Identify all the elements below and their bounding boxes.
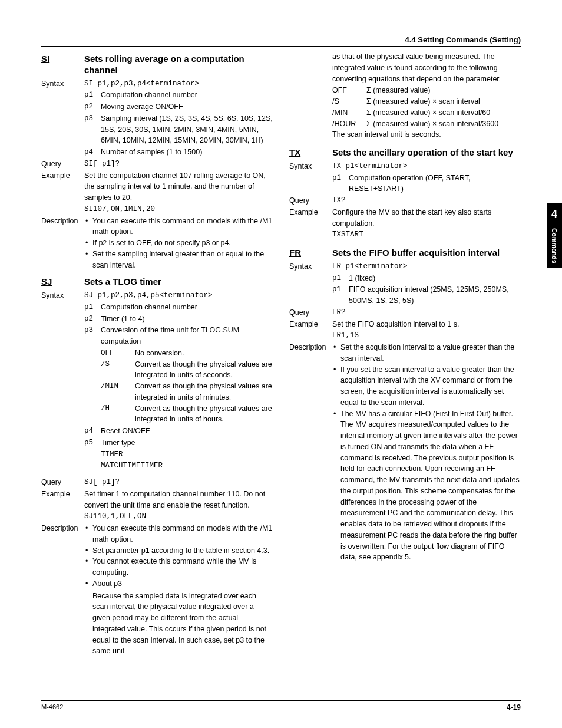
sj-cont: as that of the physical value being meas…	[332, 51, 521, 84]
fr-p1a: 1 (fixed)	[349, 273, 521, 284]
sj-example: Set timer 1 to computation channel numbe…	[84, 489, 273, 511]
fr-p1b: FIFO acquisition interval (25MS, 125MS, …	[349, 284, 521, 307]
footer-left: M-4662	[41, 703, 63, 711]
sj-desc: You can execute this command on models w…	[84, 523, 273, 657]
si-example: Set the computation channel 107 rolling …	[84, 170, 273, 203]
syntax-label: Syntax	[41, 78, 84, 90]
si-p4: Number of samples (1 to 1500)	[101, 147, 273, 158]
sj-example-code: SJ110,1,OFF,ON	[84, 511, 273, 522]
sj-syntax: SJ p1,p2,p3,p4,p5<terminator>	[84, 290, 273, 301]
sj-p5: Timer type	[101, 437, 273, 449]
page: 4.4 Setting Commands (Setting) SI Sets r…	[0, 0, 562, 728]
fr-example: Set the FIFO acquisition interval to 1 s…	[332, 319, 521, 330]
footer-right: 4-19	[507, 703, 521, 711]
tx-p1: Computation operation (OFF, START, RESET…	[349, 173, 521, 195]
chapter-tab: 4 Commands	[547, 203, 562, 268]
si-example-code: SI107,ON,1MIN,20	[84, 204, 273, 215]
si-code: SI	[41, 54, 74, 64]
right-column: as that of the physical value being meas…	[289, 51, 521, 657]
tx-heading: TX Sets the ancillary operation of the s…	[289, 147, 521, 159]
chapter-number: 4	[551, 208, 557, 220]
si-heading: SI Sets rolling average on a computation…	[41, 54, 273, 76]
section-header: 4.4 Setting Commands (Setting)	[41, 35, 521, 47]
fr-code: FR	[289, 248, 322, 258]
columns: SI Sets rolling average on a computation…	[41, 51, 521, 657]
fr-example-code: FR1,1S	[332, 330, 521, 341]
si-p3: Sampling interval (1S, 2S, 3S, 4S, 5S, 6…	[101, 113, 273, 146]
sj-p2: Timer (1 to 4)	[101, 314, 273, 325]
fr-desc: Set the acquisition interval to a value …	[332, 342, 521, 563]
sj-p3: Conversion of the time unit for TLOG.SUM…	[101, 325, 273, 347]
fr-title: Sets the FIFO buffer acquisition interva…	[332, 248, 500, 259]
tx-code: TX	[289, 147, 322, 157]
sj-title: Sets a TLOG timer	[84, 276, 161, 288]
si-desc: You can execute this command on models w…	[84, 216, 273, 271]
si-syntax: SI p1,p2,p3,p4<terminator>	[84, 78, 273, 90]
tx-title: Sets the ancillary operation of the star…	[332, 147, 513, 159]
fr-heading: FR Sets the FIFO buffer acquisition inte…	[289, 248, 521, 259]
tx-example-code: TXSTART	[332, 229, 521, 241]
chapter-label: Commands	[551, 228, 558, 263]
sj-query: SJ[ p1]?	[84, 477, 273, 488]
left-column: SI Sets rolling average on a computation…	[41, 51, 273, 657]
si-p1: Computation channel number	[101, 90, 273, 101]
sj-p4: Reset ON/OFF	[101, 426, 273, 437]
sj-heading: SJ Sets a TLOG timer	[41, 276, 273, 288]
tx-syntax: TX p1<terminator>	[332, 161, 521, 172]
si-title: Sets rolling average on a computation ch…	[84, 54, 273, 76]
sj-code: SJ	[41, 276, 74, 286]
page-footer: M-4662 4-19	[41, 700, 521, 711]
sj-p1: Computation channel number	[101, 302, 273, 313]
fr-query: FR?	[332, 307, 521, 318]
tx-example: Configure the MV so that the start key a…	[332, 207, 521, 229]
tx-query: TX?	[332, 195, 521, 206]
si-query: SI[ p1]?	[84, 159, 273, 170]
si-p2: Moving average ON/OFF	[101, 101, 273, 113]
fr-syntax: FR p1<terminator>	[332, 261, 521, 272]
